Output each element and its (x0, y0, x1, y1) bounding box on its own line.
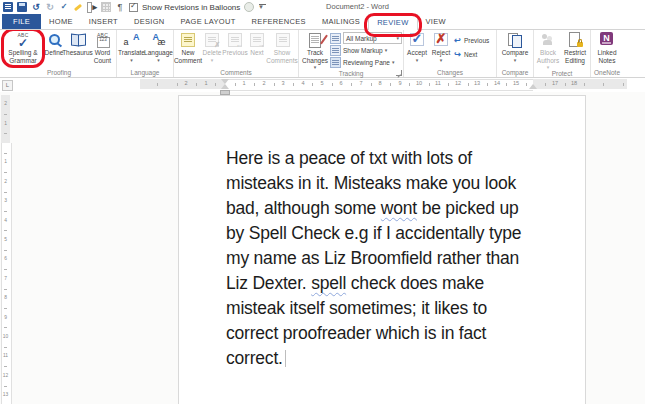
save-icon[interactable] (17, 2, 27, 12)
linked-notes-icon: N (599, 32, 615, 47)
ribbon-group-onenote: N Linked Notes OneNote (591, 29, 623, 77)
document-text[interactable]: Here is a peace of txt with lots ofmiste… (226, 146, 521, 371)
document-line: bad, although some wont be picked up (226, 196, 521, 221)
dropdown-arrow-icon: ▾ (385, 48, 388, 52)
translate-icon: aA (124, 32, 140, 47)
reject-icon: ✗ (433, 32, 449, 47)
accept-button[interactable]: ✓ Accept ▾ (405, 30, 429, 68)
reviewing-pane-button[interactable]: Reviewing Pane ▾ (330, 57, 402, 67)
grammar-flagged-word[interactable]: spell (311, 273, 346, 293)
ruler-zone: L 211234567891011121314151718 (0, 78, 645, 92)
tab-home[interactable]: HOME (41, 14, 81, 29)
group-label-changes: Changes (405, 68, 495, 77)
block-authors-button[interactable]: Block Authors ▾ (535, 30, 561, 69)
reviewing-pane-icon (330, 57, 341, 68)
document-line: Here is a peace of txt with lots of (226, 146, 521, 171)
tab-mailings[interactable]: MAILINGS (314, 14, 368, 29)
group-label-comments: Comments (175, 68, 297, 77)
document-line: misteak itself sometimes; it likes to (226, 296, 521, 321)
group-label-tracking: Tracking (300, 69, 402, 78)
title-bar: ↺ ↻ ✓ ▸ ¶ ✓ Show Revisions in Balloons ▾… (0, 0, 645, 14)
document-line: correct proofreader which is in fact (226, 321, 521, 346)
restrict-editing-icon (567, 32, 583, 47)
show-revisions-label: Show Revisions in Balloons (142, 3, 240, 12)
dropdown-arrow-icon: ▾ (157, 58, 160, 62)
translate-button[interactable]: aA Translate ▾ (118, 30, 145, 68)
delete-comment-button[interactable]: ✗ Delete ▾ (201, 30, 223, 68)
tab-selector[interactable]: L (2, 80, 13, 91)
compare-button[interactable]: Compare ▾ (498, 30, 532, 68)
previous-comment-button[interactable]: ← Previous (223, 30, 247, 68)
restrict-editing-button[interactable]: Restrict Editing (561, 30, 589, 69)
ribbon-group-proofing: ABC✓ Spelling & Grammar Define Thesaurus… (2, 29, 117, 77)
reject-button[interactable]: ✗ Reject ▾ (429, 30, 453, 68)
tab-page-layout[interactable]: PAGE LAYOUT (172, 14, 243, 29)
dropdown-arrow-icon: ▾ (514, 58, 517, 62)
show-markup-icon (330, 45, 341, 56)
ribbon-group-protect: Block Authors ▾ Restrict Editing Protect (534, 29, 591, 77)
new-comment-icon (180, 32, 196, 47)
group-label-compare: Compare (498, 68, 532, 77)
linked-notes-button[interactable]: N Linked Notes (592, 30, 622, 68)
word-count-button[interactable]: ABC123 Word Count (90, 30, 115, 68)
redo-icon[interactable]: ↻ (45, 2, 55, 12)
tracking-dialog-launcher-icon[interactable] (396, 70, 402, 76)
document-line: my name as Liz Broomfield rather than (226, 246, 521, 271)
thesaurus-button[interactable]: Thesaurus (65, 30, 90, 68)
define-icon (46, 32, 62, 47)
show-comments-button[interactable]: Show Comments (267, 30, 297, 68)
display-for-review-combobox[interactable]: All Markup▾ (330, 33, 402, 43)
highlighter-icon[interactable] (73, 2, 83, 12)
text-segment: be picked up (417, 198, 519, 218)
text-segment: Here is a peace of txt with lots of (226, 148, 472, 168)
indent-marker[interactable] (220, 90, 230, 95)
track-changes-button[interactable]: Track Changes ▾ (300, 30, 330, 69)
next-change-button[interactable]: ↪ Next (453, 49, 495, 59)
tab-references[interactable]: REFERENCES (244, 14, 314, 29)
window-title: Document2 - Word (295, 2, 420, 11)
tab-view[interactable]: VIEW (418, 14, 454, 29)
quick-access-toolbar: ↺ ↻ ✓ ▸ ¶ ✓ Show Revisions in Balloons ▾ (3, 1, 267, 13)
block-authors-icon (540, 32, 556, 47)
text-segment: check does make (346, 273, 484, 293)
text-segment: my name as Liz Broomfield rather than (226, 248, 519, 268)
spelling-grammar-icon: ABC✓ (15, 32, 31, 47)
indent-marker[interactable] (221, 84, 229, 89)
next-comment-button[interactable]: → Next (247, 30, 267, 68)
quick-spelling-icon[interactable]: ✓ (59, 2, 69, 12)
word-app-icon (3, 2, 13, 12)
tab-file[interactable]: FILE (2, 14, 41, 29)
dropdown-arrow-icon: ▾ (314, 65, 317, 69)
document-line: correct. (226, 346, 521, 371)
dropdown-arrow-icon: ▾ (396, 36, 399, 40)
pilcrow-icon[interactable]: ¶ (115, 2, 125, 12)
tab-design[interactable]: DESIGN (126, 14, 173, 29)
dropdown-arrow-icon: ▾ (416, 58, 419, 62)
show-markup-button[interactable]: Show Markup ▾ (330, 45, 402, 55)
document-line: misteaks in it. Misteaks make you look (226, 171, 521, 196)
text-segment: misteak itself sometimes; it likes to (226, 298, 487, 318)
spelling-grammar-button[interactable]: ABC✓ Spelling & Grammar (3, 30, 43, 68)
previous-comment-icon: ← (227, 32, 243, 47)
open-file-icon[interactable]: ▸ (87, 2, 97, 12)
thesaurus-icon (70, 32, 86, 47)
text-segment: bad, although some (226, 198, 381, 218)
document-page[interactable]: Here is a peace of txt with lots ofmiste… (178, 95, 586, 404)
vertical-ruler[interactable]: 2112345678910111213 (1, 92, 10, 404)
show-revisions-checkbox[interactable]: ✓ (129, 3, 138, 12)
language-button[interactable]: Aæ Language ▾ (145, 30, 172, 68)
document-line: by Spell Check e.g if I accidentally typ… (226, 221, 521, 246)
tab-review[interactable]: REVIEW (368, 14, 417, 30)
undo-icon[interactable]: ↺ (31, 2, 41, 12)
indent-marker[interactable] (529, 84, 537, 89)
new-comment-button[interactable]: New Comment (175, 30, 201, 68)
customize-qat-icon[interactable]: ▾ (258, 3, 267, 11)
previous-change-button[interactable]: ↩ Previous (453, 35, 495, 45)
text-segment: correct proofreader which is in fact (226, 323, 486, 343)
grammar-flagged-word[interactable]: wont (381, 198, 417, 218)
table-icon[interactable] (101, 2, 111, 12)
markup-view-icon (330, 33, 341, 44)
tab-insert[interactable]: INSERT (81, 14, 126, 29)
ribbon-group-tracking: Track Changes ▾ All Markup▾ Show Markup … (299, 29, 404, 77)
group-label-language: Language (118, 68, 172, 77)
